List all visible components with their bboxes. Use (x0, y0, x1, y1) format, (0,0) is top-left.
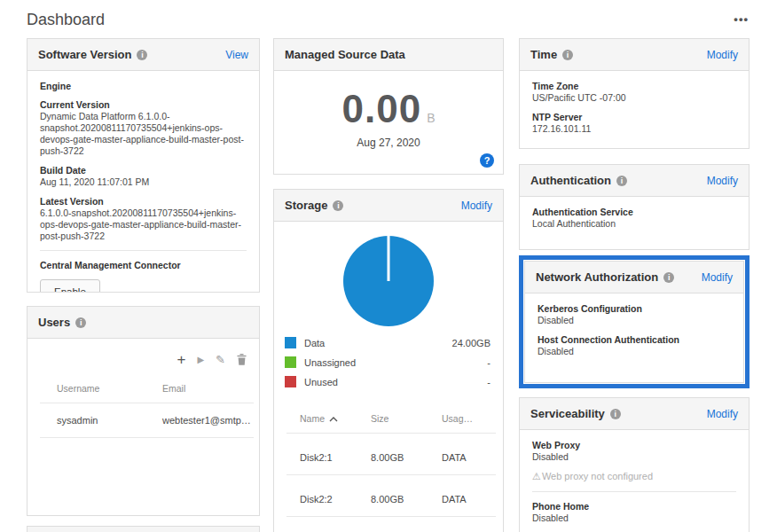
legend-item-unassigned: Unassigned - (285, 356, 491, 368)
timezone-value: US/Pacific UTC -07:00 (532, 92, 736, 104)
modify-link[interactable]: Modify (707, 175, 738, 187)
divider (532, 491, 736, 492)
legend-value: - (487, 357, 491, 368)
info-icon[interactable]: i (75, 317, 86, 328)
time-header: Time i Modify (520, 39, 749, 71)
time-card: Time i Modify Time Zone US/Pacific UTC -… (519, 38, 750, 149)
software-version-card: Software Version i View Engine Current V… (27, 38, 260, 293)
current-version-label: Current Version (40, 99, 247, 111)
serviceability-body: Web Proxy Disabled ⚠Web proxy not config… (520, 430, 749, 532)
legend-label: Data (304, 338, 452, 348)
modify-link[interactable]: Modify (461, 200, 492, 212)
network-authorization-header: Network Authorization i Modify (525, 262, 743, 293)
usage-column-header[interactable]: Usag… (442, 406, 492, 433)
modify-link[interactable]: Modify (702, 271, 733, 284)
latest-version-value: 6.1.0.0-snapshot.20200811170735504+jenki… (40, 207, 247, 242)
web-proxy-label: Web Proxy (532, 440, 736, 451)
info-icon[interactable]: i (562, 50, 573, 60)
help-icon[interactable]: ? (480, 153, 494, 168)
disk-usage-cell: DATA (442, 524, 492, 532)
disk-usage-cell: DATA (442, 482, 492, 516)
warning-text: Web proxy not configured (542, 471, 653, 481)
modify-link[interactable]: Modify (707, 49, 738, 61)
table-row[interactable]: Disk2:2 8.00GB DATA (274, 482, 503, 516)
serviceability-card: Serviceability i Modify Web Proxy Disabl… (519, 397, 750, 532)
software-version-title: Software Version (38, 48, 131, 61)
username-column-header[interactable]: Username (57, 378, 162, 403)
managed-data-value: 0.00 (342, 87, 422, 131)
users-header: Users i (27, 307, 259, 339)
legend-label: Unused (304, 377, 487, 387)
legend-value: - (487, 377, 491, 387)
info-icon[interactable]: i (663, 272, 674, 283)
modify-link[interactable]: Modify (707, 408, 738, 420)
enable-button[interactable]: Enable (40, 279, 100, 293)
overflow-menu-icon[interactable]: ••• (734, 12, 749, 26)
info-icon[interactable]: i (616, 176, 627, 186)
engine-label: Engine (40, 81, 247, 92)
legend-value: 24.00GB (452, 338, 491, 348)
latest-version-label: Latest Version (40, 196, 247, 207)
info-icon[interactable]: i (610, 409, 621, 419)
managed-source-data-card: Managed Source Data 0.00B Aug 27, 2020 ? (273, 38, 504, 175)
divider (286, 516, 496, 517)
legend-item-unused: Unused - (285, 376, 491, 387)
auth-service-value: Local Authentication (532, 218, 736, 230)
info-icon[interactable]: i (333, 200, 343, 211)
ntp-server-value: 172.16.101.11 (532, 123, 736, 135)
disk-name-cell: Disk2:3 (300, 524, 371, 532)
storage-header: Storage i Modify (274, 190, 503, 222)
delete-user-icon[interactable] (237, 354, 247, 365)
phone-home-label: Phone Home (532, 501, 736, 512)
enable-user-icon[interactable]: ▶ (197, 356, 204, 364)
storage-card: Storage i Modify Data 24.00GB Unassigned… (273, 189, 504, 532)
name-column-header[interactable]: Name (300, 406, 371, 433)
divider (40, 437, 254, 438)
table-row[interactable]: sysadmin webtester1@smtp… (27, 403, 259, 437)
current-version-value: Dynamic Data Platform 6.1.0.0-snapshot.2… (40, 111, 247, 157)
info-icon[interactable]: i (137, 50, 147, 60)
storage-pie-chart (343, 236, 434, 326)
managed-data-date: Aug 27, 2020 (274, 137, 503, 149)
storage-title: Storage (285, 199, 327, 212)
users-table-header: Username Email (27, 378, 259, 403)
email-column-header[interactable]: Email (162, 378, 259, 403)
legend-swatch (285, 337, 296, 348)
username-cell: sysadmin (57, 403, 162, 437)
authentication-body: Authentication Service Local Authenticat… (520, 197, 749, 247)
disk-size-cell: 8.00GB (371, 441, 442, 474)
divider (286, 433, 496, 434)
timezone-label: Time Zone (532, 81, 736, 92)
email-cell: webtester1@smtp… (162, 403, 259, 437)
software-version-body: Engine Current Version Dynamic Data Plat… (27, 71, 259, 293)
managed-source-data-header: Managed Source Data (274, 39, 503, 71)
size-column-header[interactable]: Size (371, 406, 442, 433)
table-row[interactable]: Disk2:1 8.00GB DATA (274, 441, 503, 474)
selection-highlight: Network Authorization i Modify Kerberos … (519, 255, 750, 388)
host-connection-value: Disabled (538, 346, 731, 357)
middle-column: Managed Source Data 0.00B Aug 27, 2020 ?… (273, 38, 504, 532)
host-connection-label: Host Connection Authentication (538, 334, 731, 346)
authentication-header: Authentication i Modify (520, 165, 749, 197)
table-row[interactable]: Disk2:3 8.00GB DATA (274, 524, 503, 532)
legend-swatch (285, 376, 296, 387)
view-link[interactable]: View (225, 49, 248, 61)
edit-user-icon[interactable]: ✎ (216, 354, 225, 365)
disk-usage-cell: DATA (442, 441, 492, 474)
add-user-icon[interactable]: + (177, 352, 185, 367)
pie-notch (388, 236, 390, 281)
network-authorization-body: Kerberos Configuration Disabled Host Con… (525, 293, 743, 375)
users-card: Users i + ▶ ✎ Username Email sysadmin we… (27, 306, 260, 516)
disk-table-header: Name Size Usag… (274, 406, 503, 433)
managed-data-unit: B (427, 111, 435, 125)
divider (286, 474, 496, 475)
time-title: Time (530, 48, 557, 61)
build-date-label: Build Date (40, 165, 247, 176)
partial-card (27, 526, 260, 532)
time-body: Time Zone US/Pacific UTC -07:00 NTP Serv… (520, 71, 749, 149)
users-toolbar: + ▶ ✎ (27, 339, 259, 378)
kerberos-value: Disabled (538, 315, 731, 326)
right-column: Time i Modify Time Zone US/Pacific UTC -… (519, 38, 750, 532)
divider (40, 250, 247, 251)
disk-name-cell: Disk2:2 (300, 482, 371, 516)
